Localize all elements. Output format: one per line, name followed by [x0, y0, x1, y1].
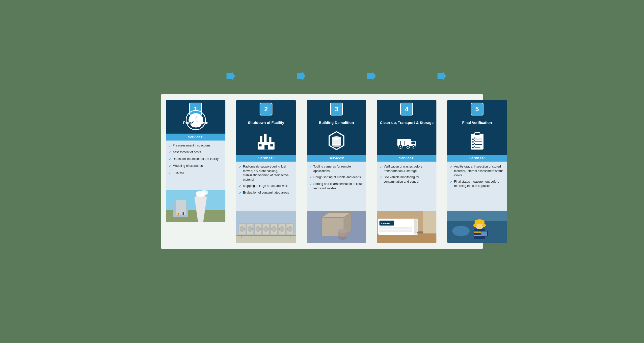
- list-item: ✓ Radiation inspection of the facility: [168, 157, 223, 162]
- check-icon: ✓: [168, 171, 171, 175]
- check-icon: ✓: [450, 165, 452, 169]
- services-header-4: Services:: [377, 155, 436, 162]
- svg-rect-72: [377, 233, 436, 243]
- step-header-5: 5 Final Verification: [447, 100, 507, 155]
- svg-marker-14: [226, 72, 235, 80]
- step-title-5: Final Verification: [462, 118, 492, 127]
- step-wrapper-1: 1 Pre-Shutdown: [166, 100, 226, 222]
- service-text: Evaluation of contaminated areas: [243, 191, 289, 195]
- infographic-container: 1 Pre-Shutdown: [161, 94, 483, 249]
- step-image-5: [447, 211, 507, 243]
- svg-rect-21: [270, 144, 273, 146]
- arrow-1: [226, 70, 236, 82]
- step-icon-transport: [396, 130, 418, 152]
- svg-rect-7: [176, 200, 186, 215]
- list-item: ✓ Audit/storage, inspection of stored ma…: [450, 165, 504, 178]
- svg-rect-18: [269, 137, 272, 143]
- svg-point-12: [182, 210, 184, 212]
- svg-point-68: [413, 146, 414, 147]
- svg-marker-83: [438, 72, 446, 80]
- step-card-2: 2 Shutdown of Facility: [236, 100, 296, 243]
- step-title-4: Clean-up, Transport & Storage: [380, 118, 434, 127]
- service-text: Final status measurement before returnin…: [454, 180, 504, 188]
- svg-point-34: [264, 226, 268, 231]
- step-title-2: Shutdown of Facility: [248, 118, 284, 127]
- step-icon-facility: [255, 130, 277, 152]
- arrow-4: [436, 70, 447, 82]
- svg-rect-62: [412, 142, 415, 144]
- service-text: Audit/storage, inspection of stored mate…: [454, 165, 504, 178]
- svg-point-49: [332, 144, 341, 147]
- svg-point-66: [400, 146, 401, 147]
- service-text: Rough sorting of rubble and debris: [313, 175, 361, 180]
- list-item: ✓ Imaging: [168, 171, 223, 175]
- step-image-2: [236, 211, 296, 243]
- svg-rect-11: [178, 213, 179, 215]
- step-header-4: 4 Clean-up, Transport & Storage: [377, 100, 436, 155]
- step-icon-demolition: [325, 130, 348, 152]
- svg-rect-86: [474, 133, 480, 135]
- service-text: Verification of wastes before transporta…: [384, 165, 434, 173]
- service-text: Radiometric support during fuel moves, d…: [243, 165, 293, 182]
- step-image-3: [307, 211, 366, 243]
- service-text: Preassessment inspections: [173, 144, 210, 148]
- check-icon: ✓: [380, 175, 382, 180]
- step-icon-radiation-2: [184, 109, 207, 131]
- list-item: ✓ Sorting and characterization of liquid…: [309, 182, 364, 191]
- svg-point-33: [256, 226, 260, 231]
- svg-rect-78: [380, 227, 412, 229]
- svg-point-35: [272, 226, 276, 231]
- svg-point-102: [482, 224, 486, 227]
- service-text: Mapping of large areas and walls: [243, 184, 288, 188]
- service-text: Tooling cameras for remote applications: [313, 165, 364, 173]
- svg-text:m MIRION: m MIRION: [381, 223, 390, 225]
- check-icon: ✓: [239, 184, 242, 189]
- svg-rect-19: [264, 145, 268, 149]
- svg-point-36: [280, 226, 284, 231]
- svg-rect-60: [397, 139, 411, 146]
- check-icon: ✓: [168, 157, 171, 162]
- step-number-3: 3: [330, 103, 343, 116]
- service-text: Assessment of costs: [173, 150, 201, 155]
- services-list-3: ✓ Tooling cameras for remote application…: [307, 162, 366, 211]
- svg-rect-23: [236, 233, 296, 243]
- svg-point-9: [201, 190, 208, 195]
- service-text: Radiation inspection of the facility: [173, 157, 219, 161]
- step-title-3: Building Demolition: [319, 118, 354, 127]
- step-header-3: 3 Building Demolition: [307, 100, 366, 155]
- svg-text:TECHNOLOGIES: TECHNOLOGIES: [381, 225, 390, 227]
- arrow-3: [366, 70, 377, 82]
- svg-point-67: [407, 146, 408, 147]
- list-item: ✓ Evaluation of contaminated areas: [239, 191, 293, 195]
- step-header-2: 2 Shutdown of Facility: [236, 100, 296, 155]
- svg-rect-100: [481, 231, 487, 236]
- svg-point-32: [248, 226, 253, 231]
- arrow-2: [296, 70, 307, 82]
- check-icon: ✓: [380, 165, 382, 169]
- step-card-5: 5 Final Verification: [447, 100, 507, 243]
- list-item: ✓ Assessment of costs: [168, 150, 223, 155]
- check-icon: ✓: [239, 165, 242, 169]
- svg-rect-58: [307, 211, 366, 243]
- step-icon-verification: [466, 130, 488, 152]
- list-item: ✓ Preassessment inspections: [168, 144, 223, 148]
- check-icon: ✓: [168, 164, 171, 169]
- svg-rect-13: [182, 212, 184, 215]
- svg-point-37: [287, 226, 292, 231]
- service-text: Modeling of scenarios: [173, 164, 203, 168]
- svg-rect-95: [474, 222, 484, 224]
- step-number-2: 2: [260, 103, 272, 116]
- service-text: Site vehicle monitoring for contaminatio…: [384, 175, 434, 184]
- check-icon: ✓: [309, 165, 312, 169]
- svg-rect-20: [259, 144, 261, 146]
- step-wrapper-5: 5 Final Verification: [447, 100, 507, 243]
- step-card-3: 3 Building Demolition Services: ✓: [307, 100, 366, 243]
- services-header-1: Services:: [166, 134, 226, 141]
- step-card-1: 1 Pre-Shutdown: [166, 100, 226, 222]
- step-wrapper-4: 4 Clean-up, Transport & Storage: [377, 100, 436, 243]
- svg-rect-17: [264, 134, 266, 143]
- svg-rect-16: [260, 136, 262, 143]
- service-text: Imaging: [173, 171, 184, 175]
- list-item: ✓ Verification of wastes before transpor…: [380, 165, 434, 173]
- svg-rect-81: [417, 232, 423, 233]
